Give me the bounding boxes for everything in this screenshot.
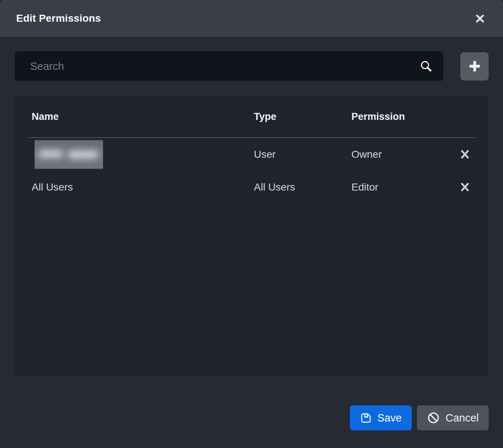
table-header-row: Name Type Permission xyxy=(28,96,475,138)
cell-name: All Users xyxy=(28,181,250,193)
column-header-name: Name xyxy=(28,111,250,122)
search-field-wrap xyxy=(15,51,443,81)
cell-name xyxy=(28,140,250,169)
dialog-title: Edit Permissions xyxy=(16,13,101,24)
dialog-footer: Save Cancel xyxy=(0,405,489,430)
remove-row-button[interactable] xyxy=(459,181,471,193)
dialog-header: Edit Permissions xyxy=(0,0,503,37)
redacted-name-blur xyxy=(35,140,103,169)
close-button[interactable] xyxy=(474,12,486,25)
cell-type: User xyxy=(250,149,348,160)
cell-type: All Users xyxy=(250,181,348,193)
toolbar xyxy=(15,51,489,81)
table-row: All Users All Users Editor xyxy=(28,171,475,203)
x-icon xyxy=(460,182,470,192)
add-permission-button[interactable] xyxy=(460,52,489,81)
cancel-button-label: Cancel xyxy=(446,412,479,424)
plus-icon xyxy=(466,58,483,75)
cell-permission: Editor xyxy=(348,181,458,193)
save-button[interactable]: Save xyxy=(350,405,412,430)
cancel-button[interactable]: Cancel xyxy=(417,405,489,430)
x-icon xyxy=(460,149,470,160)
permissions-panel: Name Type Permission User Owner xyxy=(15,96,489,377)
column-header-type: Type xyxy=(250,111,348,122)
remove-row-button[interactable] xyxy=(459,149,471,160)
column-header-permission: Permission xyxy=(348,111,458,122)
floppy-disk-icon xyxy=(360,412,372,424)
table-row: User Owner xyxy=(28,138,475,171)
cell-permission: Owner xyxy=(348,149,458,160)
ban-icon xyxy=(427,411,440,424)
save-button-label: Save xyxy=(378,412,402,424)
search-input[interactable] xyxy=(15,51,443,81)
close-icon xyxy=(474,13,486,24)
edit-permissions-dialog: Edit Permissions xyxy=(0,0,503,448)
